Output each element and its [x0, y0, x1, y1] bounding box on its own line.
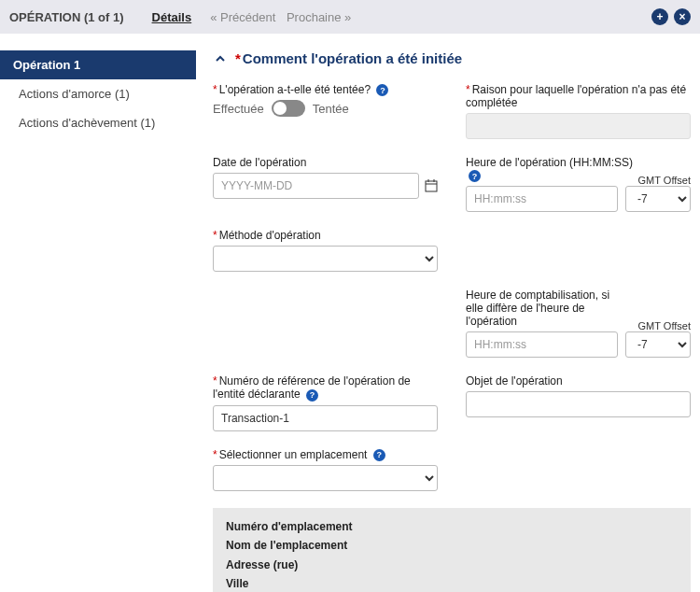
reason-label: *Raison pour laquelle l'opération n'a pa… [466, 83, 691, 109]
calendar-icon[interactable] [425, 179, 438, 192]
sidebar-item-start-actions[interactable]: Actions d'amorce (1) [0, 79, 196, 108]
gmt-label: GMT Offset [638, 175, 691, 186]
topbar-nav: « Précédent Prochaine » [210, 10, 358, 24]
gmt-label-2: GMT Offset [638, 320, 691, 331]
sidebar-item-completion-actions[interactable]: Actions d'achèvement (1) [0, 108, 196, 137]
posting-time-input[interactable] [466, 331, 618, 358]
help-icon[interactable]: ? [306, 389, 318, 402]
section-header: *Comment l'opération a été initiée [213, 50, 691, 66]
close-icon[interactable]: × [674, 8, 691, 25]
section-title: Comment l'opération a été initiée [243, 50, 462, 66]
location-city: Ville [226, 574, 678, 592]
sidebar-item-operation-1[interactable]: Opération 1 [0, 50, 196, 79]
attempted-label: *L'opération a-t-elle été tentée? ? [213, 83, 438, 96]
help-icon[interactable]: ? [376, 84, 388, 96]
location-addr: Adresse (rue) [226, 556, 678, 574]
help-icon[interactable]: ? [373, 449, 385, 461]
location-num: Numéro d'emplacement [226, 517, 678, 536]
date-input[interactable] [213, 173, 419, 199]
toggle-right-label: Tentée [313, 102, 349, 116]
time-input[interactable] [466, 186, 618, 212]
next-link[interactable]: Prochaine » [287, 10, 351, 24]
collapse-icon[interactable] [213, 51, 228, 66]
topbar-title: OPÉRATION (1 of 1) [9, 10, 124, 24]
add-icon[interactable]: + [651, 8, 668, 25]
main-content: *Comment l'opération a été initiée *L'op… [196, 34, 700, 592]
attempted-toggle[interactable] [272, 100, 305, 117]
help-icon[interactable]: ? [469, 170, 481, 182]
topbar: OPÉRATION (1 of 1) Détails « Précédent P… [0, 0, 700, 34]
sidebar: Opération 1 Actions d'amorce (1) Actions… [0, 34, 196, 592]
time-label: Heure de l'opération (HH:MM:SS) ? [466, 156, 638, 182]
location-label: *Sélectionner un emplacement ? [213, 448, 438, 461]
posting-time-label: Heure de comptabilisation, si elle diffè… [466, 289, 624, 328]
ref-input[interactable] [213, 405, 438, 431]
method-label: *Méthode d'opération [213, 229, 438, 242]
location-name: Nom de l'emplacement [226, 536, 678, 555]
ref-label: *Numéro de référence de l'opération de l… [213, 374, 438, 401]
reason-field [466, 113, 691, 139]
prev-link[interactable]: « Précédent [210, 10, 275, 24]
purpose-label: Objet de l'opération [466, 374, 691, 388]
gmt2-select[interactable]: -7 [625, 331, 691, 358]
purpose-input[interactable] [466, 391, 691, 417]
location-info-box: Numéro d'emplacement Nom de l'emplacemen… [213, 508, 691, 592]
svg-rect-0 [426, 181, 437, 191]
location-select[interactable] [213, 465, 438, 491]
toggle-left-label: Effectuée [213, 102, 264, 116]
method-select[interactable] [213, 246, 438, 272]
details-link[interactable]: Détails [152, 10, 192, 24]
date-label: Date de l'opération [213, 156, 438, 169]
gmt-select[interactable]: -7 [625, 186, 691, 212]
